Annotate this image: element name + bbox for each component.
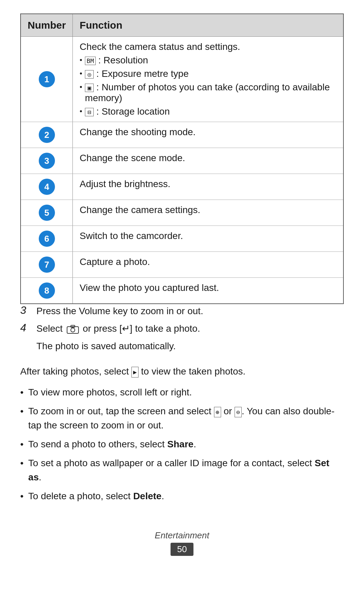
col-function-header: Function bbox=[73, 14, 343, 37]
icon-exposure: ◎ : Exposure metre type bbox=[85, 68, 189, 79]
step-4-sub: The photo is saved automatically. bbox=[20, 339, 344, 353]
icon-photos: ▣ : Number of photos you can take (accor… bbox=[85, 82, 336, 103]
table-row: 4 Adjust the brightness. bbox=[21, 174, 343, 200]
list-item: • ▣ : Number of photos you can take (acc… bbox=[80, 82, 336, 103]
icon-storage: ⊟ : Storage location bbox=[85, 106, 170, 117]
step-3: 3 Press the Volume key to zoom in or out… bbox=[20, 304, 344, 318]
table-row: 8 View the photo you captured last. bbox=[21, 278, 343, 304]
number-cell: 7 bbox=[21, 252, 73, 278]
step-number-4: 4 bbox=[20, 322, 30, 334]
steps-list: 3 Press the Volume key to zoom in or out… bbox=[20, 304, 344, 353]
list-item-text-1: To view more photos, scroll left or righ… bbox=[28, 385, 192, 399]
play-icon: ▶ bbox=[131, 367, 139, 378]
number-cell: 1 bbox=[21, 37, 73, 122]
bullet-dot: • bbox=[80, 56, 82, 64]
footer-page: 50 bbox=[171, 543, 194, 556]
table-row: 1 Check the camera status and settings. … bbox=[21, 37, 343, 122]
list-item: To delete a photo, select Delete. bbox=[20, 489, 344, 503]
number-badge-8: 8 bbox=[39, 282, 55, 299]
list-item-text-3: To send a photo to others, select Share. bbox=[28, 437, 196, 451]
function-cell-7: Capture a photo. bbox=[73, 252, 343, 278]
list-item: • BM : Resolution bbox=[80, 55, 336, 66]
function-cell-6: Switch to the camcorder. bbox=[73, 226, 343, 252]
svg-point-1 bbox=[71, 328, 75, 332]
number-badge-6: 6 bbox=[39, 231, 55, 247]
step-text-4: Select or press [↵] to take a photo. bbox=[36, 322, 200, 336]
number-badge-1: 1 bbox=[39, 71, 55, 87]
footer-label: Entertainment bbox=[20, 530, 344, 541]
footer: Entertainment 50 bbox=[20, 530, 344, 556]
table-header-row: Number Function bbox=[21, 14, 343, 37]
number-cell: 4 bbox=[21, 174, 73, 200]
function-cell-2: Change the shooting mode. bbox=[73, 122, 343, 148]
list-item: • ⊟ : Storage location bbox=[80, 106, 336, 117]
number-badge-2: 2 bbox=[39, 127, 55, 143]
tips-bullet-list: To view more photos, scroll left or righ… bbox=[20, 385, 344, 503]
delete-label: Delete bbox=[133, 491, 161, 501]
number-cell: 5 bbox=[21, 200, 73, 226]
number-cell: 8 bbox=[21, 278, 73, 304]
after-text: After taking photos, select ▶ to view th… bbox=[20, 364, 344, 379]
function-cell-5: Change the camera settings. bbox=[73, 200, 343, 226]
col-number-header: Number bbox=[21, 14, 73, 37]
zoom-in-icon: ⊕ bbox=[214, 407, 221, 417]
function-cell-8: View the photo you captured last. bbox=[73, 278, 343, 304]
number-cell: 6 bbox=[21, 226, 73, 252]
bullet-dot: • bbox=[80, 107, 82, 116]
table-row: 7 Capture a photo. bbox=[21, 252, 343, 278]
list-item: To send a photo to others, select Share. bbox=[20, 437, 344, 451]
icon-resolution: BM : Resolution bbox=[85, 55, 148, 66]
number-cell: 3 bbox=[21, 148, 73, 174]
step-4: 4 Select or press [↵] to take a photo. bbox=[20, 322, 344, 336]
list-item: To zoom in or out, tap the screen and se… bbox=[20, 404, 344, 432]
table-row: 2 Change the shooting mode. bbox=[21, 122, 343, 148]
table-row: 5 Change the camera settings. bbox=[21, 200, 343, 226]
table-row: 3 Change the scene mode. bbox=[21, 148, 343, 174]
number-cell: 2 bbox=[21, 122, 73, 148]
bullet-dot: • bbox=[80, 69, 82, 78]
number-badge-3: 3 bbox=[39, 153, 55, 169]
zoom-out-icon: ⊖ bbox=[235, 407, 242, 417]
bullet-dot: • bbox=[80, 83, 82, 91]
function-intro-1: Check the camera status and settings. bbox=[80, 41, 336, 52]
list-item-text-5: To delete a photo, select Delete. bbox=[28, 489, 164, 503]
step-number-3: 3 bbox=[20, 304, 30, 317]
number-badge-5: 5 bbox=[39, 205, 55, 221]
number-badge-7: 7 bbox=[39, 257, 55, 273]
list-item-text-4: To set a photo as wallpaper or a caller … bbox=[28, 456, 344, 484]
list-item-text-2: To zoom in or out, tap the screen and se… bbox=[28, 404, 344, 432]
setas-label: Set as bbox=[28, 458, 329, 482]
number-badge-4: 4 bbox=[39, 179, 55, 195]
list-item: • ◎ : Exposure metre type bbox=[80, 68, 336, 79]
function-cell-1: Check the camera status and settings. • … bbox=[73, 37, 343, 122]
list-item: To view more photos, scroll left or righ… bbox=[20, 385, 344, 399]
share-label: Share bbox=[167, 439, 193, 449]
function-cell-3: Change the scene mode. bbox=[73, 148, 343, 174]
list-item: To set a photo as wallpaper or a caller … bbox=[20, 456, 344, 484]
table-row: 6 Switch to the camcorder. bbox=[21, 226, 343, 252]
camera-icon bbox=[67, 325, 79, 334]
camera-functions-table: Number Function 1 Check the camera statu… bbox=[20, 13, 344, 304]
function-cell-4: Adjust the brightness. bbox=[73, 174, 343, 200]
function-bullet-list-1: • BM : Resolution • ◎ : Exposure metre t… bbox=[80, 55, 336, 117]
step-text-3: Press the Volume key to zoom in or out. bbox=[36, 304, 203, 318]
